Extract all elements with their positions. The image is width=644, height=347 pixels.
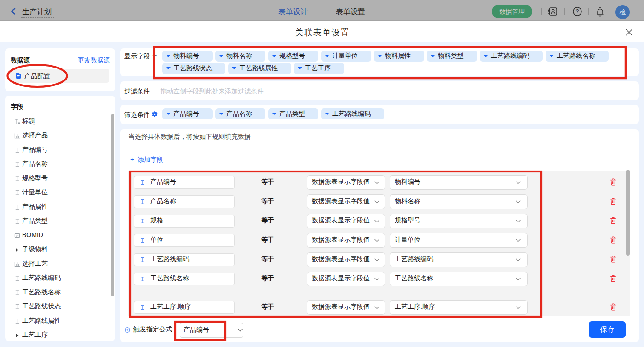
svg-text:?: ? [126, 328, 128, 332]
svg-text:?: ? [576, 8, 579, 15]
